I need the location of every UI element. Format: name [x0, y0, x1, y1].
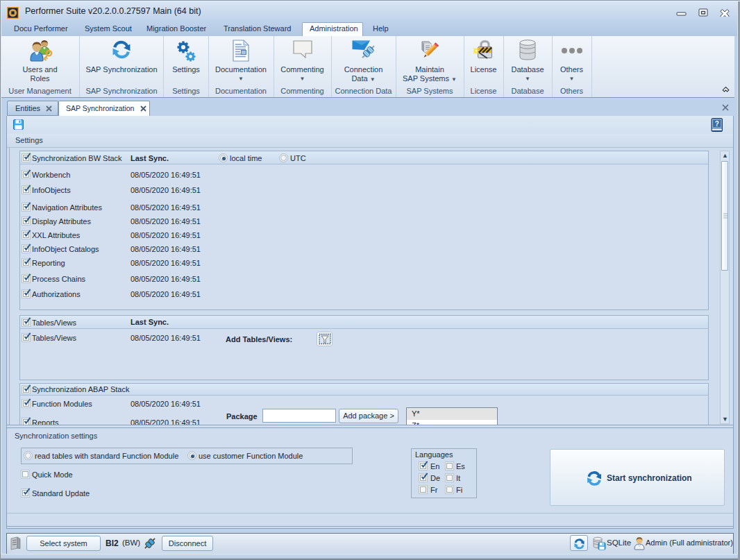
svg-text:?: ? [715, 120, 719, 128]
